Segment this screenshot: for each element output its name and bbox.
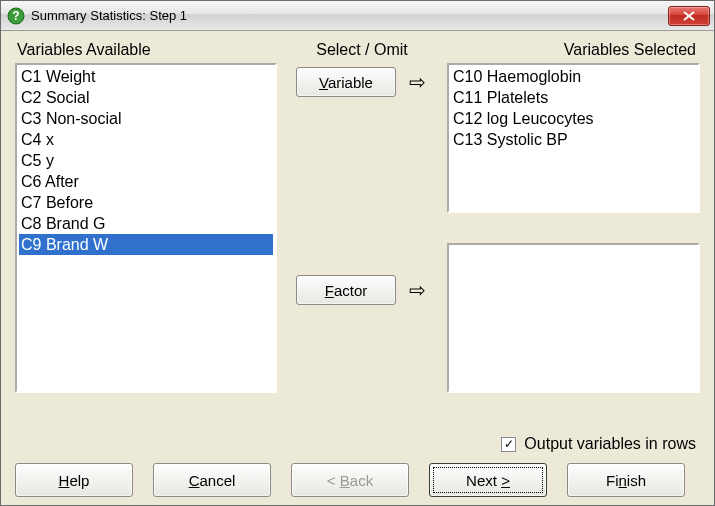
check-mark-icon: ✓ [504, 437, 514, 451]
col-available: C1 WeightC2 SocialC3 Non-socialC4 xC5 yC… [15, 63, 277, 425]
back-pre: < [327, 472, 340, 489]
help-underline: H [59, 472, 70, 489]
list-item[interactable]: C5 y [19, 150, 273, 171]
back-text: ack [350, 472, 373, 489]
list-item[interactable]: C12 log Leucocytes [451, 108, 696, 129]
cancel-text: ancel [199, 472, 235, 489]
arrow-right-icon: ⇨ [406, 70, 428, 94]
lists-row: C1 WeightC2 SocialC3 Non-socialC4 xC5 yC… [15, 63, 700, 425]
window-title: Summary Statistics: Step 1 [31, 8, 668, 23]
factor-button-row: Factor ⇨ [296, 275, 428, 305]
titlebar[interactable]: ? Summary Statistics: Step 1 [1, 1, 714, 31]
back-button[interactable]: < Back [291, 463, 409, 497]
list-item[interactable]: C1 Weight [19, 66, 273, 87]
col-middle: Variable ⇨ Factor ⇨ [277, 63, 447, 425]
close-button[interactable] [668, 6, 710, 26]
finish-text: ish [627, 472, 646, 489]
list-item[interactable]: C10 Haemoglobin [451, 66, 696, 87]
factor-button[interactable]: Factor [296, 275, 396, 305]
label-selected: Variables Selected [447, 41, 700, 59]
variable-button-row: Variable ⇨ [296, 67, 428, 97]
output-rows-label: Output variables in rows [524, 435, 696, 453]
list-item[interactable]: C9 Brand W [19, 234, 273, 255]
list-item[interactable]: C6 After [19, 171, 273, 192]
back-underline: B [340, 472, 350, 489]
cancel-button[interactable]: Cancel [153, 463, 271, 497]
variable-text: ariable [328, 74, 373, 91]
list-item[interactable]: C7 Before [19, 192, 273, 213]
variable-underline: V [319, 74, 328, 91]
finish-underline: n [618, 472, 626, 489]
arrow-right-icon: ⇨ [406, 278, 428, 302]
list-item[interactable]: C13 Systolic BP [451, 129, 696, 150]
close-icon [683, 11, 695, 21]
list-item[interactable]: C11 Platelets [451, 87, 696, 108]
dialog-content: Variables Available Select / Omit Variab… [1, 31, 714, 505]
variable-button[interactable]: Variable [296, 67, 396, 97]
finish-pre: Fi [606, 472, 619, 489]
list-item[interactable]: C2 Social [19, 87, 273, 108]
cancel-underline: C [189, 472, 200, 489]
col-selected: C10 HaemoglobinC11 PlateletsC12 log Leuc… [447, 63, 700, 425]
footer-buttons: Help Cancel < Back Next > Finish [15, 459, 700, 497]
next-button[interactable]: Next > [429, 463, 547, 497]
finish-button[interactable]: Finish [567, 463, 685, 497]
dialog-window: ? Summary Statistics: Step 1 Variables A… [0, 0, 715, 506]
list-item[interactable]: C3 Non-social [19, 108, 273, 129]
label-select-omit: Select / Omit [277, 41, 447, 59]
selected-factors-listbox[interactable] [447, 243, 700, 393]
factor-text: actor [334, 282, 367, 299]
list-item[interactable]: C4 x [19, 129, 273, 150]
help-icon: ? [7, 7, 25, 25]
section-labels: Variables Available Select / Omit Variab… [15, 41, 700, 59]
available-listbox[interactable]: C1 WeightC2 SocialC3 Non-socialC4 xC5 yC… [15, 63, 277, 393]
help-text: elp [69, 472, 89, 489]
checkbox-row: ✓ Output variables in rows [15, 425, 700, 459]
label-available: Variables Available [15, 41, 277, 59]
help-button[interactable]: Help [15, 463, 133, 497]
next-pre: Next [466, 472, 501, 489]
selected-variables-listbox[interactable]: C10 HaemoglobinC11 PlateletsC12 log Leuc… [447, 63, 700, 213]
svg-text:?: ? [12, 9, 19, 23]
list-item[interactable]: C8 Brand G [19, 213, 273, 234]
factor-underline: F [325, 282, 334, 299]
next-underline: > [501, 472, 510, 489]
output-rows-checkbox[interactable]: ✓ [501, 437, 516, 452]
